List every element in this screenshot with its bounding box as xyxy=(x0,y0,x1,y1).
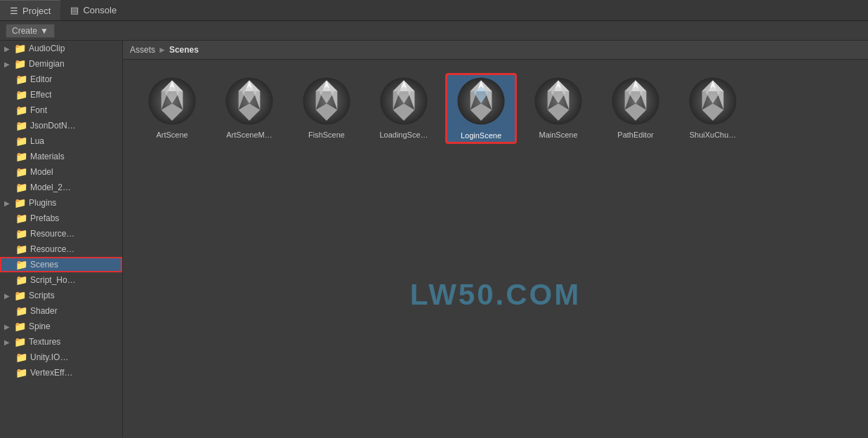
sidebar-item-plugins[interactable]: ▶📁Plugins xyxy=(0,195,122,211)
scene-item-artscene[interactable]: ArtScene xyxy=(137,74,207,142)
sidebar-item-jsondotn[interactable]: 📁JsonDotN… xyxy=(0,118,122,133)
breadcrumb: Assets ► Scenes xyxy=(123,41,868,60)
sidebar-item-label: Scenes xyxy=(30,260,58,270)
sidebar-item-label: Resource… xyxy=(30,229,74,239)
folder-icon: 📁 xyxy=(14,290,26,301)
scene-label: MainScene xyxy=(539,131,577,139)
folder-icon: 📁 xyxy=(15,166,27,178)
scene-label: PathEditor xyxy=(617,131,653,139)
tab-console[interactable]: ▤ Console xyxy=(60,0,126,20)
folder-icon: 📁 xyxy=(15,352,27,363)
sidebar-item-label: Demigian xyxy=(29,59,65,69)
sidebar-item-textures[interactable]: ▶📁Textures xyxy=(0,334,122,350)
sidebar-item-label: Effect xyxy=(30,90,51,100)
sidebar-item-model[interactable]: 📁Model xyxy=(0,164,122,180)
sidebar-item-label: Plugins xyxy=(29,198,56,208)
sidebar-item-font[interactable]: 📁Font xyxy=(0,102,122,118)
project-tab-icon: ☰ xyxy=(10,6,18,16)
sidebar-item-label: Materials xyxy=(30,152,65,161)
console-tab-label: Console xyxy=(83,5,117,15)
sidebar-item-label: JsonDotN… xyxy=(30,121,76,131)
folder-icon: 📁 xyxy=(14,58,26,69)
sidebar-item-demigian[interactable]: ▶📁Demigian xyxy=(0,56,122,72)
folder-icon: 📁 xyxy=(14,197,26,208)
tab-project[interactable]: ☰ Project xyxy=(0,0,60,20)
sidebar-item-scenes[interactable]: 📁Scenes xyxy=(0,257,122,272)
sidebar-item-label: Lua xyxy=(30,136,44,146)
sidebar-item-scripts[interactable]: ▶📁Scripts xyxy=(0,288,122,303)
watermark: LW50.COM xyxy=(410,278,581,312)
create-button[interactable]: Create ▼ xyxy=(6,24,55,38)
folder-icon: 📁 xyxy=(14,321,26,332)
scene-item-artscenem[interactable]: ArtSceneM… xyxy=(214,74,284,142)
sidebar-item-label: Model xyxy=(30,167,53,177)
sidebar: ▶📁AudioClip▶📁Demigian📁Editor📁Effect📁Font… xyxy=(0,41,123,438)
sidebar-item-unityio[interactable]: 📁Unity.IO… xyxy=(0,350,122,365)
sidebar-item-label: Resource… xyxy=(30,244,74,254)
sidebar-item-materials[interactable]: 📁Materials xyxy=(0,149,122,164)
folder-icon: 📁 xyxy=(15,228,27,239)
sidebar-item-shader[interactable]: 📁Shader xyxy=(0,303,122,319)
scene-icon xyxy=(534,77,583,128)
scene-icon xyxy=(225,77,274,128)
folder-icon: 📁 xyxy=(15,135,27,147)
folder-icon: 📁 xyxy=(15,182,27,193)
scene-icon xyxy=(379,77,428,128)
folder-icon: 📁 xyxy=(15,274,27,286)
breadcrumb-separator: ► xyxy=(158,45,166,55)
folder-icon: 📁 xyxy=(15,244,27,255)
folder-icon: 📁 xyxy=(15,151,27,162)
scene-icon xyxy=(147,77,197,128)
tab-bar: ☰ Project ▤ Console xyxy=(0,0,868,21)
scene-item-mainscene[interactable]: MainScene xyxy=(523,74,593,142)
project-tab-label: Project xyxy=(22,6,51,16)
scene-label: LoadingSce… xyxy=(379,131,428,139)
sidebar-item-label: Spine xyxy=(29,321,51,331)
sidebar-item-spine[interactable]: ▶📁Spine xyxy=(0,319,122,334)
folder-icon: 📁 xyxy=(15,367,27,378)
sidebar-item-label: Unity.IO… xyxy=(30,352,68,362)
console-tab-icon: ▤ xyxy=(70,5,79,15)
breadcrumb-current: Scenes xyxy=(169,45,199,55)
sidebar-item-label: Model_2… xyxy=(30,182,71,192)
sidebar-item-label: Prefabs xyxy=(30,213,59,223)
scene-item-loginscene[interactable]: LoginScene xyxy=(446,74,516,143)
scene-grid: ArtSceneArtSceneM…FishSceneLoadingSce…Lo… xyxy=(123,60,868,157)
folder-icon: 📁 xyxy=(15,213,27,224)
scene-label: FishScene xyxy=(308,131,345,139)
scene-item-shuixuchu[interactable]: ShuiXuChu… xyxy=(678,74,748,142)
scene-item-fishscene[interactable]: FishScene xyxy=(291,74,362,142)
sidebar-item-label: Textures xyxy=(29,337,60,347)
scene-icon xyxy=(302,77,351,128)
folder-arrow-icon: ▶ xyxy=(4,323,10,331)
folder-icon: 📁 xyxy=(14,43,26,54)
toolbar: Create ▼ xyxy=(0,21,868,41)
scene-icon xyxy=(688,77,737,128)
sidebar-item-scriptho[interactable]: 📁Script_Ho… xyxy=(0,272,122,288)
scene-item-loadingsce[interactable]: LoadingSce… xyxy=(369,74,439,142)
scene-label: ShuiXuChu… xyxy=(690,131,737,139)
sidebar-item-lua[interactable]: 📁Lua xyxy=(0,133,122,149)
sidebar-item-effect[interactable]: 📁Effect xyxy=(0,87,122,102)
folder-icon: 📁 xyxy=(15,305,27,317)
sidebar-item-audioclip[interactable]: ▶📁AudioClip xyxy=(0,41,122,56)
folder-icon: 📁 xyxy=(15,74,27,85)
sidebar-item-prefabs[interactable]: 📁Prefabs xyxy=(0,211,122,226)
sidebar-item-vertexeff[interactable]: 📁VertexEff… xyxy=(0,365,122,380)
folder-arrow-icon: ▶ xyxy=(4,199,10,207)
sidebar-item-label: Shader xyxy=(30,306,58,316)
create-arrow: ▼ xyxy=(40,26,48,36)
sidebar-item-label: Scripts xyxy=(29,291,55,300)
create-label: Create xyxy=(12,26,37,36)
content-area: Assets ► Scenes ArtSceneArtSceneM…FishSc… xyxy=(123,41,868,438)
scene-label: ArtSceneM… xyxy=(226,131,272,139)
sidebar-item-model2[interactable]: 📁Model_2… xyxy=(0,180,122,195)
sidebar-item-editor[interactable]: 📁Editor xyxy=(0,72,122,87)
sidebar-item-label: VertexEff… xyxy=(30,368,72,378)
folder-icon: 📁 xyxy=(15,89,27,100)
sidebar-item-resources2[interactable]: 📁Resource… xyxy=(0,241,122,257)
sidebar-item-label: Script_Ho… xyxy=(30,275,76,285)
scene-item-patheditor[interactable]: PathEditor xyxy=(600,74,671,142)
sidebar-item-label: Editor xyxy=(30,74,52,84)
sidebar-item-resources1[interactable]: 📁Resource… xyxy=(0,226,122,241)
